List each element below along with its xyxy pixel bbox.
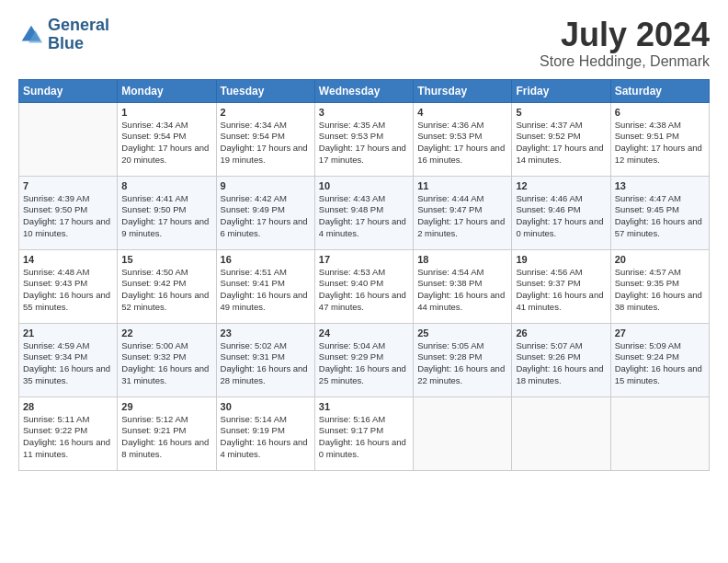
day-cell: 21 Sunrise: 4:59 AMSunset: 9:34 PMDaylig… [19, 323, 118, 396]
day-number: 17 [319, 254, 409, 265]
day-cell: 15 Sunrise: 4:50 AMSunset: 9:42 PMDaylig… [118, 249, 216, 323]
day-cell: 24 Sunrise: 5:04 AMSunset: 9:29 PMDaylig… [314, 323, 413, 396]
day-info: Sunrise: 4:53 AMSunset: 9:40 PMDaylight:… [319, 267, 409, 314]
week-row-2: 7 Sunrise: 4:39 AMSunset: 9:50 PMDayligh… [19, 176, 710, 249]
day-info: Sunrise: 4:43 AMSunset: 9:48 PMDaylight:… [319, 193, 409, 240]
day-number: 16 [221, 254, 311, 265]
day-cell: 11 Sunrise: 4:44 AMSunset: 9:47 PMDaylig… [414, 176, 512, 249]
day-cell: 9 Sunrise: 4:42 AMSunset: 9:49 PMDayligh… [216, 176, 314, 249]
day-info: Sunrise: 4:37 AMSunset: 9:52 PMDaylight:… [516, 120, 606, 167]
day-cell: 13 Sunrise: 4:47 AMSunset: 9:45 PMDaylig… [610, 176, 709, 249]
day-number: 15 [121, 254, 211, 265]
day-cell: 7 Sunrise: 4:39 AMSunset: 9:50 PMDayligh… [19, 176, 118, 249]
day-info: Sunrise: 4:56 AMSunset: 9:37 PMDaylight:… [516, 267, 606, 314]
day-cell: 30 Sunrise: 5:14 AMSunset: 9:19 PMDaylig… [216, 396, 314, 470]
day-number: 23 [221, 327, 311, 339]
day-number: 13 [615, 180, 705, 191]
day-cell: 1 Sunrise: 4:34 AMSunset: 9:54 PMDayligh… [118, 102, 216, 176]
day-number: 9 [221, 180, 311, 191]
day-cell: 29 Sunrise: 5:12 AMSunset: 9:21 PMDaylig… [118, 396, 216, 470]
day-info: Sunrise: 4:41 AMSunset: 9:50 PMDaylight:… [121, 193, 211, 240]
day-number: 3 [319, 107, 409, 118]
day-number: 24 [319, 327, 409, 339]
day-info: Sunrise: 5:14 AMSunset: 9:19 PMDaylight:… [221, 414, 311, 461]
day-number: 22 [121, 327, 211, 339]
day-info: Sunrise: 4:42 AMSunset: 9:49 PMDaylight:… [221, 193, 311, 240]
day-cell: 2 Sunrise: 4:34 AMSunset: 9:54 PMDayligh… [216, 102, 314, 176]
day-info: Sunrise: 5:04 AMSunset: 9:29 PMDaylight:… [319, 340, 409, 387]
day-cell: 26 Sunrise: 5:07 AMSunset: 9:26 PMDaylig… [512, 323, 610, 396]
day-number: 28 [23, 401, 113, 412]
day-info: Sunrise: 4:51 AMSunset: 9:41 PMDaylight:… [221, 267, 311, 314]
header: General Blue July 2024 Store Heddinge, D… [18, 17, 710, 70]
day-header-saturday: Saturday [610, 79, 709, 102]
day-header-wednesday: Wednesday [314, 79, 413, 102]
day-cell: 14 Sunrise: 4:48 AMSunset: 9:43 PMDaylig… [19, 249, 118, 323]
calendar-table: SundayMondayTuesdayWednesdayThursdayFrid… [18, 79, 710, 471]
week-row-5: 28 Sunrise: 5:11 AMSunset: 9:22 PMDaylig… [19, 396, 710, 470]
day-cell: 28 Sunrise: 5:11 AMSunset: 9:22 PMDaylig… [19, 396, 118, 470]
day-cell: 20 Sunrise: 4:57 AMSunset: 9:35 PMDaylig… [610, 249, 709, 323]
day-header-sunday: Sunday [19, 79, 118, 102]
day-cell: 4 Sunrise: 4:36 AMSunset: 9:53 PMDayligh… [414, 102, 512, 176]
logo-text: General Blue [48, 17, 109, 53]
day-number: 19 [516, 254, 606, 265]
day-cell: 31 Sunrise: 5:16 AMSunset: 9:17 PMDaylig… [314, 396, 413, 470]
day-number: 18 [417, 254, 507, 265]
location: Store Heddinge, Denmark [540, 53, 710, 70]
day-number: 2 [221, 107, 311, 118]
day-info: Sunrise: 5:00 AMSunset: 9:32 PMDaylight:… [121, 340, 211, 387]
day-number: 25 [417, 327, 507, 339]
day-number: 1 [121, 107, 211, 118]
day-number: 5 [516, 107, 606, 118]
day-header-monday: Monday [118, 79, 216, 102]
week-row-1: 1 Sunrise: 4:34 AMSunset: 9:54 PMDayligh… [19, 102, 710, 176]
day-info: Sunrise: 5:07 AMSunset: 9:26 PMDaylight:… [516, 340, 606, 387]
day-number: 29 [121, 401, 211, 412]
day-number: 6 [615, 107, 705, 118]
day-header-tuesday: Tuesday [216, 79, 314, 102]
logo: General Blue [18, 17, 109, 53]
day-info: Sunrise: 5:09 AMSunset: 9:24 PMDaylight:… [615, 340, 705, 387]
day-info: Sunrise: 5:16 AMSunset: 9:17 PMDaylight:… [319, 414, 409, 461]
day-info: Sunrise: 4:34 AMSunset: 9:54 PMDaylight:… [221, 120, 311, 167]
day-number: 31 [319, 401, 409, 412]
day-header-friday: Friday [512, 79, 610, 102]
day-cell: 10 Sunrise: 4:43 AMSunset: 9:48 PMDaylig… [314, 176, 413, 249]
day-cell [610, 396, 709, 470]
day-cell: 3 Sunrise: 4:35 AMSunset: 9:53 PMDayligh… [314, 102, 413, 176]
day-info: Sunrise: 5:02 AMSunset: 9:31 PMDaylight:… [221, 340, 311, 387]
day-info: Sunrise: 4:35 AMSunset: 9:53 PMDaylight:… [319, 120, 409, 167]
day-info: Sunrise: 5:11 AMSunset: 9:22 PMDaylight:… [23, 414, 113, 461]
day-cell: 18 Sunrise: 4:54 AMSunset: 9:38 PMDaylig… [414, 249, 512, 323]
title-block: July 2024 Store Heddinge, Denmark [540, 17, 710, 70]
day-info: Sunrise: 4:59 AMSunset: 9:34 PMDaylight:… [23, 340, 113, 387]
day-number: 30 [221, 401, 311, 412]
logo-line1: General [48, 17, 109, 35]
header-row: SundayMondayTuesdayWednesdayThursdayFrid… [19, 79, 710, 102]
day-cell [414, 396, 512, 470]
day-number: 12 [516, 180, 606, 191]
day-cell: 19 Sunrise: 4:56 AMSunset: 9:37 PMDaylig… [512, 249, 610, 323]
day-cell: 22 Sunrise: 5:00 AMSunset: 9:32 PMDaylig… [118, 323, 216, 396]
day-cell: 17 Sunrise: 4:53 AMSunset: 9:40 PMDaylig… [314, 249, 413, 323]
day-header-thursday: Thursday [414, 79, 512, 102]
day-number: 10 [319, 180, 409, 191]
day-cell: 27 Sunrise: 5:09 AMSunset: 9:24 PMDaylig… [610, 323, 709, 396]
day-info: Sunrise: 4:57 AMSunset: 9:35 PMDaylight:… [615, 267, 705, 314]
day-info: Sunrise: 4:47 AMSunset: 9:45 PMDaylight:… [615, 193, 705, 240]
day-number: 4 [417, 107, 507, 118]
day-number: 11 [417, 180, 507, 191]
week-row-3: 14 Sunrise: 4:48 AMSunset: 9:43 PMDaylig… [19, 249, 710, 323]
day-number: 21 [23, 327, 113, 339]
day-info: Sunrise: 4:54 AMSunset: 9:38 PMDaylight:… [417, 267, 507, 314]
day-info: Sunrise: 5:12 AMSunset: 9:21 PMDaylight:… [121, 414, 211, 461]
logo-icon [18, 22, 44, 48]
day-info: Sunrise: 4:50 AMSunset: 9:42 PMDaylight:… [121, 267, 211, 314]
day-info: Sunrise: 4:36 AMSunset: 9:53 PMDaylight:… [417, 120, 507, 167]
day-info: Sunrise: 4:39 AMSunset: 9:50 PMDaylight:… [23, 193, 113, 240]
day-number: 8 [121, 180, 211, 191]
week-row-4: 21 Sunrise: 4:59 AMSunset: 9:34 PMDaylig… [19, 323, 710, 396]
day-number: 20 [615, 254, 705, 265]
day-number: 14 [23, 254, 113, 265]
